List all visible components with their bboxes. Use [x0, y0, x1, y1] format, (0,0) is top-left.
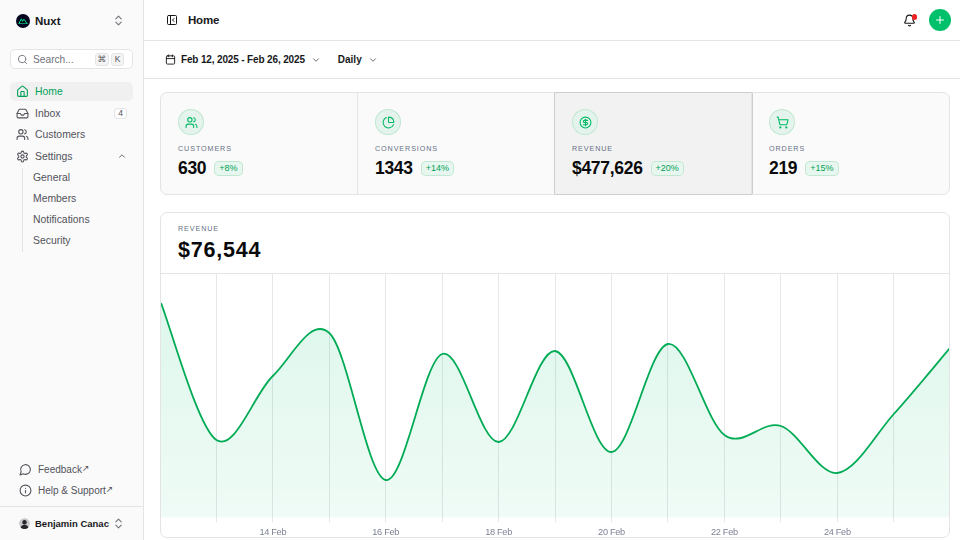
svg-text:16 Feb: 16 Feb [372, 527, 399, 537]
svg-text:24 Feb: 24 Feb [824, 527, 851, 537]
svg-text:18 Feb: 18 Feb [485, 527, 512, 537]
svg-text:14 Feb: 14 Feb [259, 527, 286, 537]
svg-text:22 Feb: 22 Feb [711, 527, 738, 537]
svg-text:20 Feb: 20 Feb [598, 527, 625, 537]
